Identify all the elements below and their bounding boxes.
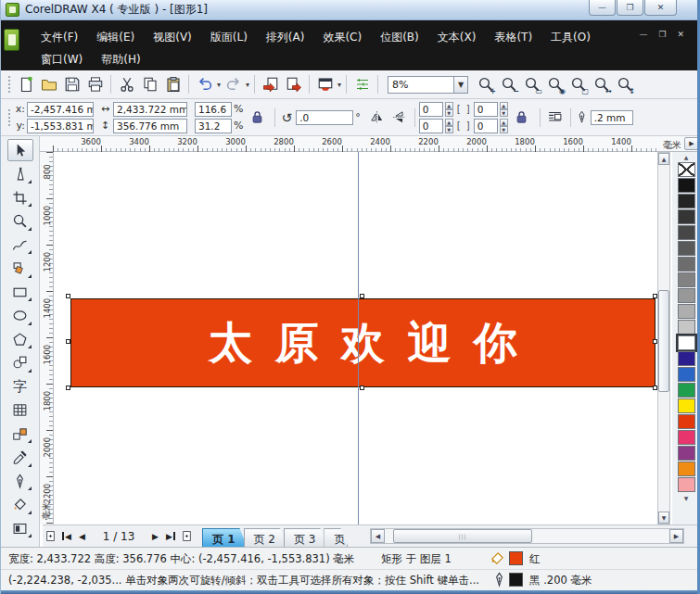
menu-item-window[interactable]: 窗口(W)	[36, 50, 87, 70]
toolbar-redo-dropdown-arrow[interactable]: ▾	[246, 81, 249, 89]
mirror-horizontal-button[interactable]	[366, 107, 388, 128]
vertical-ruler[interactable]: 毫米 8001000120014001600180020002200	[40, 152, 54, 524]
toolbar-undo-dropdown-arrow[interactable]: ▾	[217, 81, 221, 89]
toolbar-cut-button[interactable]	[115, 74, 138, 95]
tab-page-3[interactable]: 页 3	[284, 528, 327, 547]
toolbar-zoom-in-button[interactable]: +	[474, 74, 497, 95]
add-page-button-left[interactable]	[43, 528, 58, 545]
horizontal-scrollbar[interactable]: ◀ ||| ▶	[370, 528, 684, 544]
toolbar-import-button[interactable]	[259, 74, 282, 95]
swatch-gray-10[interactable]	[678, 320, 695, 335]
ellipse-tool-button[interactable]	[7, 305, 33, 327]
outline-width-field[interactable]: .2 mm	[591, 110, 633, 125]
shape-tool-button[interactable]	[7, 163, 33, 185]
menu-item-effects[interactable]: 效果(C)	[318, 28, 366, 47]
previous-page-button[interactable]: ◀	[74, 528, 90, 545]
corner-radius-bl-field[interactable]: 0	[419, 119, 443, 133]
object-width-field[interactable]: 2,433.722 mm	[113, 102, 187, 117]
eyedropper-tool-button[interactable]	[7, 447, 33, 469]
tab-page-2[interactable]: 页 2	[244, 528, 287, 547]
toolbar-undo-button[interactable]	[193, 74, 216, 95]
toolbar-zoom-selected-button[interactable]: ▭	[520, 74, 543, 95]
add-page-button-right[interactable]	[179, 528, 195, 545]
selection-handle-br[interactable]	[653, 385, 657, 390]
toolbar-zoom-all-objects-button[interactable]: ◉	[543, 74, 566, 95]
vertical-scroll-thumb[interactable]	[658, 290, 669, 392]
basic-shapes-tool-button[interactable]	[7, 352, 33, 374]
menu-item-tools[interactable]: 工具(O)	[546, 28, 595, 47]
toolbar-grip[interactable]	[7, 75, 11, 94]
corner-radius-tr-field[interactable]: 0	[474, 102, 498, 117]
vertical-scrollbar[interactable]: ▲ ▼	[657, 152, 670, 524]
zoom-level-dropdown-arrow[interactable]: ▼	[454, 76, 468, 94]
first-page-button[interactable]: ◀	[58, 528, 74, 545]
object-height-field[interactable]: 356.776 mm	[113, 119, 187, 133]
corner-br-spinner[interactable]: ▲▼	[500, 119, 508, 133]
freehand-tool-button[interactable]	[7, 234, 33, 256]
corner-radius-tl-field[interactable]: 0	[419, 102, 443, 117]
blend-tool-button[interactable]	[7, 423, 33, 445]
toolbar-zoom-page-width-button[interactable]: ↔	[590, 74, 613, 95]
toolbar-zoom-page-button[interactable]: ▢	[566, 74, 590, 95]
swatch-navy-blue[interactable]	[678, 351, 695, 366]
menu-item-table[interactable]: 表格(T)	[490, 28, 537, 47]
tab-page-1[interactable]: 页 1	[202, 528, 248, 547]
scale-v-field[interactable]: 31.2	[195, 119, 232, 133]
scroll-right-button[interactable]: ▶	[669, 529, 683, 543]
swatch-gray-40[interactable]	[678, 272, 695, 287]
next-page-button[interactable]: ▶	[147, 528, 163, 545]
toolbar-export-button[interactable]	[282, 74, 305, 95]
menu-item-text[interactable]: 文本(X)	[433, 28, 481, 47]
banner-rectangle[interactable]: 太原欢迎你	[70, 298, 655, 387]
drawing-canvas[interactable]: 太原欢迎你	[54, 152, 657, 524]
scale-h-field[interactable]: 116.6	[195, 102, 232, 117]
swatch-gray-60[interactable]	[678, 241, 695, 256]
swatch-orange[interactable]	[678, 461, 695, 476]
x-position-field[interactable]: -2,457.416 mm	[27, 102, 94, 117]
toolbar-new-button[interactable]	[14, 74, 37, 95]
selection-handle-tl[interactable]	[66, 294, 70, 298]
interactive-fill-tool-button[interactable]	[7, 517, 33, 539]
ruler-scroll-right-button[interactable]: ▶	[684, 137, 699, 150]
zoom-level-value[interactable]: 8%	[388, 76, 454, 94]
restore-button[interactable]: ❐	[617, 0, 643, 16]
menu-item-view[interactable]: 视图(V)	[148, 28, 197, 47]
zoom-tool-button[interactable]	[7, 210, 33, 233]
swatch-white[interactable]	[678, 335, 695, 350]
rectangle-tool-button[interactable]	[7, 281, 33, 303]
toolbar-save-button[interactable]	[60, 74, 83, 95]
horizontal-scroll-thumb[interactable]: |||	[393, 529, 532, 543]
fill-color-swatch[interactable]	[509, 551, 523, 565]
selection-handle-bm[interactable]	[360, 385, 364, 390]
swatch-gray-20[interactable]	[678, 304, 695, 319]
menu-item-help[interactable]: 帮助(H)	[96, 50, 145, 70]
palette-scroll-up-button[interactable]: ▲	[677, 152, 695, 162]
scale-lock-button[interactable]	[247, 107, 267, 128]
menu-item-edit[interactable]: 编辑(E)	[92, 28, 139, 47]
corner-bl-spinner[interactable]: ▲▼	[445, 119, 453, 133]
menu-item-layout[interactable]: 版面(L)	[206, 28, 252, 47]
selection-handle-bl[interactable]	[66, 385, 70, 390]
menu-item-bitmaps[interactable]: 位图(B)	[375, 28, 424, 47]
selection-handle-tm[interactable]	[360, 294, 364, 298]
minimize-button[interactable]: —	[589, 0, 616, 16]
corner-tr-spinner[interactable]: ▲▼	[500, 102, 508, 117]
swatch-blue[interactable]	[678, 367, 695, 382]
swatch-green[interactable]	[678, 383, 695, 398]
table-tool-button[interactable]	[7, 399, 33, 422]
last-page-button[interactable]: ▶	[163, 528, 179, 545]
vertical-guideline[interactable]	[358, 152, 359, 524]
toolbar-print-button[interactable]	[83, 74, 107, 95]
text-tool-button[interactable]: 字	[7, 375, 33, 398]
selection-handle-ml[interactable]	[66, 339, 70, 344]
toolbar-application-launcher-dropdown-arrow[interactable]: ▾	[337, 81, 341, 89]
scroll-down-button[interactable]: ▼	[658, 512, 669, 524]
toolbar-application-launcher-button[interactable]	[313, 74, 337, 95]
outline-color-swatch[interactable]	[509, 573, 523, 587]
corner-tl-spinner[interactable]: ▲▼	[445, 102, 453, 117]
swatch-gray-80[interactable]	[678, 209, 695, 224]
corner-radius-br-field[interactable]: 0	[474, 119, 498, 133]
selection-handle-tr[interactable]	[653, 294, 657, 298]
swatch-pink[interactable]	[678, 477, 695, 492]
property-bar-grip[interactable]	[7, 108, 11, 127]
